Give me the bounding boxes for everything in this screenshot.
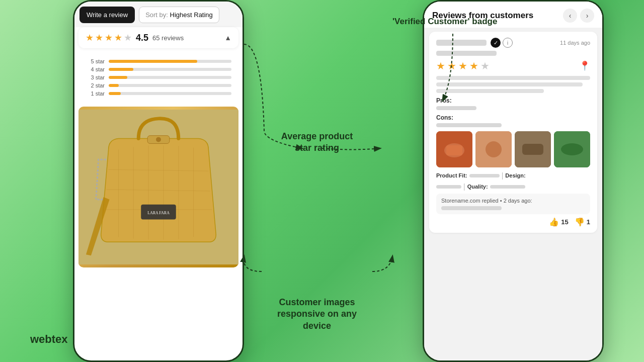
star-label-5: 5 star — [86, 58, 105, 64]
review-text-line-3 — [436, 89, 544, 93]
bar-bg-3 — [109, 76, 231, 79]
star-label-1: 1 star — [86, 90, 105, 97]
review-images — [436, 131, 590, 167]
star-bar-1: 1 star — [86, 90, 231, 97]
reviewer-name-placeholder — [436, 40, 487, 46]
rating-number: 4.5 — [136, 33, 148, 43]
helpful-row: 👍 15 👎 1 — [436, 217, 590, 227]
location-pin-icon: 📍 — [579, 60, 590, 71]
check-icon: ✓ — [491, 38, 501, 48]
quality-bar — [490, 185, 525, 189]
brand-label: webtex — [30, 332, 68, 347]
cons-section: Cons: — [436, 114, 590, 127]
product-image: LARA FARA — [78, 107, 238, 267]
reviews-count: 65 reviews — [152, 34, 220, 42]
avg-rating-annotation: Average productstar rating — [267, 131, 367, 154]
star-label-3: 3 star — [86, 74, 105, 80]
review-card: ✓ i 11 days ago ★ ★ ★ ★ ★ 📍 — [429, 32, 597, 233]
nav-arrows: ‹ › — [563, 9, 594, 23]
product-fit-bar — [469, 174, 500, 177]
quality-label: Quality: — [467, 184, 488, 190]
arrow-customer-images-right — [372, 256, 392, 272]
svg-text:LARA FARA: LARA FARA — [147, 211, 170, 215]
review-stars: ★ ★ ★ ★ ★ 📍 — [436, 60, 590, 72]
svg-point-13 — [561, 143, 583, 155]
star-1: ★ — [86, 32, 94, 43]
rating-summary: ★ ★ ★ ★ ★ 4.5 65 reviews ▲ — [78, 27, 238, 48]
review-text-line-1 — [436, 76, 590, 80]
pros-label: Pros: — [436, 97, 590, 104]
review-date: 11 days ago — [560, 40, 590, 46]
thumbs-down-button[interactable]: 👎 1 — [575, 217, 590, 227]
bar-bg-1 — [109, 92, 231, 95]
right-phone-inner: Reviews from customers ‹ › ✓ i 11 days a… — [424, 2, 602, 360]
reply-bar — [441, 206, 502, 210]
review-image-4[interactable] — [554, 131, 590, 167]
attr-separator-2: | — [463, 183, 465, 191]
star-label-2: 2 star — [86, 82, 105, 88]
review-image-3[interactable] — [515, 131, 551, 167]
cons-value-placeholder — [436, 123, 502, 127]
customer-images-annotation: Customer imagesresponsive on anydevice — [257, 297, 377, 332]
bar-bg-4 — [109, 68, 231, 71]
star-bar-3: 3 star — [86, 74, 231, 80]
design-label: Design: — [505, 172, 525, 178]
star-bar-5: 5 star — [86, 58, 231, 64]
review-text-line-2 — [436, 82, 583, 86]
reviewer-row: ✓ i 11 days ago — [436, 38, 590, 48]
attributes-row-2: | Quality: — [436, 183, 590, 191]
chevron-up-icon[interactable]: ▲ — [224, 34, 231, 42]
pros-section: Pros: — [436, 97, 590, 110]
bar-bg-2 — [109, 84, 231, 87]
bar-bg-5 — [109, 60, 231, 63]
star-2: ★ — [95, 32, 103, 43]
stars-row: ★ ★ ★ ★ ★ — [86, 32, 132, 43]
review-image-1[interactable] — [436, 131, 472, 167]
star-breakdown: 5 star 4 star 3 star 2 star 1 star — [78, 51, 238, 104]
r-star-4: ★ — [469, 60, 478, 72]
attr-separator: | — [502, 171, 504, 179]
sort-button[interactable]: Sort by: Highest Rating — [139, 7, 219, 23]
star-4: ★ — [114, 32, 122, 43]
attributes-row: Product Fit: | Design: — [436, 171, 590, 179]
sort-value: Highest Rating — [170, 11, 213, 19]
left-phone: Write a review Sort by: Highest Rating ★… — [73, 0, 244, 362]
cons-label: Cons: — [436, 114, 590, 121]
star-bar-4: 4 star — [86, 66, 231, 72]
bag-svg: LARA FARA — [78, 107, 238, 267]
write-review-button[interactable]: Write a review — [79, 7, 135, 23]
svg-point-2 — [156, 137, 161, 142]
nav-next-button[interactable]: › — [580, 9, 594, 23]
star-3: ★ — [105, 32, 113, 43]
arrow-customer-images-left — [244, 256, 262, 272]
pros-value-placeholder — [436, 106, 476, 110]
store-reply-text: Storename.com replied • 2 days ago: — [441, 198, 585, 204]
thumbs-up-icon: 👍 — [549, 217, 559, 227]
verified-badge: ✓ i — [491, 38, 513, 48]
info-icon[interactable]: i — [503, 38, 513, 48]
design-bar — [436, 185, 461, 189]
star-5-half: ★ — [124, 32, 132, 43]
svg-rect-11 — [522, 144, 543, 155]
unhelpful-count: 1 — [587, 218, 590, 226]
review-image-2[interactable] — [475, 131, 512, 167]
svg-rect-7 — [446, 145, 462, 155]
svg-point-9 — [486, 141, 502, 157]
verified-badge-annotation: 'Verified Customer' badge — [392, 16, 497, 27]
r-star-3: ★ — [458, 60, 467, 72]
nav-prev-button[interactable]: ‹ — [563, 9, 577, 23]
r-star-5: ★ — [480, 60, 490, 72]
top-actions: Write a review Sort by: Highest Rating — [74, 2, 243, 27]
star-label-4: 4 star — [86, 66, 105, 72]
thumbs-down-icon: 👎 — [575, 217, 585, 227]
sort-label: Sort by: — [145, 11, 168, 19]
review-title-placeholder — [436, 51, 497, 56]
right-phone: Reviews from customers ‹ › ✓ i 11 days a… — [423, 0, 604, 362]
r-star-1: ★ — [436, 60, 445, 72]
thumbs-up-button[interactable]: 👍 15 — [549, 217, 568, 227]
r-star-2: ★ — [447, 60, 456, 72]
star-bar-2: 2 star — [86, 82, 231, 88]
helpful-count: 15 — [561, 218, 568, 226]
store-reply: Storename.com replied • 2 days ago: — [436, 194, 590, 214]
product-fit-label: Product Fit: — [436, 172, 467, 178]
